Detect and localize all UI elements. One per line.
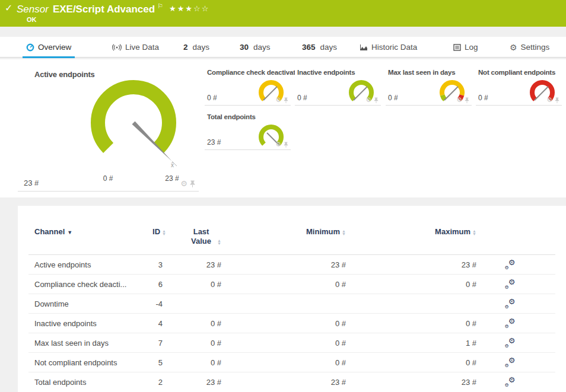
channel-settings-icon[interactable]: ⚙⚙ [505, 377, 516, 386]
last-value-cell [171, 294, 227, 314]
gauges-section: Active endpoints x̄ 0 # 23 # 23 # ⚙ Comp… [0, 59, 566, 197]
star-rating[interactable]: ★★★☆☆ [169, 4, 209, 13]
minimum-cell [227, 294, 352, 314]
tab-live-data[interactable]: Live Data [109, 37, 163, 58]
pin-icon[interactable] [555, 97, 559, 103]
tab-bar: Overview Live Data 2 days 30 days 365 da… [0, 37, 566, 58]
channel-id-cell: 7 [147, 333, 171, 353]
sensor-title: EXE/Script Advanced [53, 4, 155, 15]
minimum-cell: 0 # [227, 353, 352, 372]
table-row: Downtime -4 ⚙⚙ [28, 294, 555, 314]
gear-icon[interactable]: ⚙ [456, 97, 462, 103]
minimum-cell: 0 # [227, 333, 352, 353]
table-row: Total endpoints 2 23 # 23 # 23 # ⚙⚙ [28, 372, 555, 392]
col-header-label: ID [152, 227, 160, 236]
channel-id-cell: -4 [147, 294, 171, 314]
tab-label: Log [465, 43, 478, 52]
gauge-value: 0 # [207, 94, 217, 102]
tab-historic-data[interactable]: Historic Data [356, 37, 421, 58]
gear-icon[interactable]: ⚙ [275, 141, 281, 148]
col-header-last-value[interactable]: Last Value▲▼ [171, 224, 227, 255]
inactive-endpoints-gauge [344, 77, 379, 110]
pin-icon[interactable] [190, 180, 195, 187]
tab-label: Live Data [125, 43, 159, 52]
col-header-label: Minimum [306, 227, 340, 236]
col-header-maximum[interactable]: Maximum▲▼ [352, 224, 482, 255]
tab-number: 365 [302, 43, 316, 52]
minimum-cell: 0 # [227, 314, 352, 333]
last-value-cell: 0 # [171, 275, 227, 294]
maximum-cell: 23 # [352, 255, 482, 275]
total-endpoints-gauge [253, 122, 289, 155]
gauge-scale-min: 0 # [95, 174, 121, 183]
table-row: Not compliant endpoints 5 0 # 0 # 0 # ⚙⚙ [28, 353, 555, 372]
gauge-tile-inactive-endpoints: Inactive endpoints 0 # ⚙ [295, 64, 381, 106]
tab-label: days [320, 43, 338, 52]
tab-overview[interactable]: Overview [23, 37, 75, 58]
gauge-value: 0 # [297, 94, 307, 102]
maximum-cell: 0 # [352, 275, 482, 294]
gauge-title: Inactive endpoints [297, 69, 355, 76]
gauge-value: 0 # [388, 94, 398, 102]
gear-icon: ⚙ [510, 43, 517, 52]
pin-icon[interactable] [465, 97, 469, 103]
gauge-tile-total-endpoints: Total endpoints 23 # ⚙ [205, 109, 291, 150]
col-header-id[interactable]: ID▲▼ [147, 224, 171, 255]
gauge-tile-max-last-seen: Max last seen in days 0 # ⚙ [386, 64, 472, 106]
gear-icon[interactable]: ⚙ [546, 97, 552, 103]
gauge-title: Total endpoints [207, 113, 256, 120]
gear-icon[interactable]: ⚙ [180, 180, 187, 187]
last-value-cell: 0 # [171, 333, 227, 353]
pin-icon[interactable] [284, 97, 288, 103]
channel-id-cell: 6 [147, 275, 171, 294]
max-last-seen-gauge [434, 77, 470, 110]
tab-30-days[interactable]: 30 days [236, 37, 274, 58]
channel-settings-icon[interactable]: ⚙⚙ [505, 279, 516, 288]
channel-name-cell: Inactive endpoints [28, 314, 147, 333]
flag-icon[interactable]: ⚐ [157, 2, 163, 9]
area-chart-icon [360, 44, 368, 51]
maximum-cell: 1 # [352, 333, 482, 353]
channel-settings-icon[interactable]: ⚙⚙ [505, 337, 516, 347]
gauge-value: 23 # [207, 138, 221, 146]
sensor-overview-page: ✓ SensorEXE/Script Advanced⚐★★★☆☆ OK Ove… [0, 0, 566, 392]
tab-label: Historic Data [371, 43, 417, 52]
tab-2-days[interactable]: 2 days [180, 37, 213, 58]
sort-desc-icon: ▼ [67, 230, 72, 235]
gauge-title: Compliance check deactivated [207, 69, 303, 76]
status-badge: OK [27, 16, 37, 23]
channel-id-cell: 4 [147, 314, 171, 333]
maximum-cell [352, 294, 482, 314]
col-header-channel[interactable]: Channel▼ [28, 224, 147, 255]
pin-icon[interactable] [374, 97, 379, 103]
channel-settings-icon[interactable]: ⚙⚙ [505, 259, 516, 269]
channel-settings-icon[interactable]: ⚙⚙ [505, 298, 516, 308]
channel-settings-icon[interactable]: ⚙⚙ [505, 357, 516, 366]
maximum-cell: 23 # [352, 372, 482, 392]
table-header-row: Channel▼ ID▲▼ Last Value▲▼ Minimum▲▼ Max… [28, 224, 555, 255]
tab-label: days [253, 43, 271, 52]
table-row: Active endpoints 3 23 # 23 # 23 # ⚙⚙ [28, 255, 555, 275]
gear-icon[interactable]: ⚙ [275, 97, 281, 103]
gauge-value: 0 # [478, 94, 488, 102]
gear-icon[interactable]: ⚙ [365, 97, 371, 103]
channel-name-cell: Downtime [28, 294, 147, 314]
tab-365-days[interactable]: 365 days [298, 37, 341, 58]
channels-panel: Channel▼ ID▲▼ Last Value▲▼ Minimum▲▼ Max… [18, 206, 566, 392]
gauge-tile-compliance-check-deactivated: Compliance check deactivated 0 # ⚙ [205, 64, 291, 106]
broadcast-icon [112, 44, 122, 51]
log-list-icon [453, 44, 461, 51]
table-row: Max last seen in days 7 0 # 0 # 1 # ⚙⚙ [28, 333, 555, 353]
col-header-label: Last Value [187, 227, 215, 246]
tab-number: 30 [240, 43, 249, 52]
channel-settings-icon[interactable]: ⚙⚙ [505, 318, 516, 327]
sort-icon: ▲▼ [342, 230, 346, 235]
last-value-cell: 0 # [171, 314, 227, 333]
pin-icon[interactable] [284, 142, 288, 148]
last-value-cell: 0 # [171, 353, 227, 372]
gauge-title: Not compliant endpoints [478, 69, 555, 76]
tab-log[interactable]: Log [450, 37, 482, 58]
channel-name-cell: Active endpoints [28, 255, 147, 275]
col-header-minimum[interactable]: Minimum▲▼ [227, 224, 352, 255]
tab-settings[interactable]: ⚙ Settings [506, 37, 553, 58]
